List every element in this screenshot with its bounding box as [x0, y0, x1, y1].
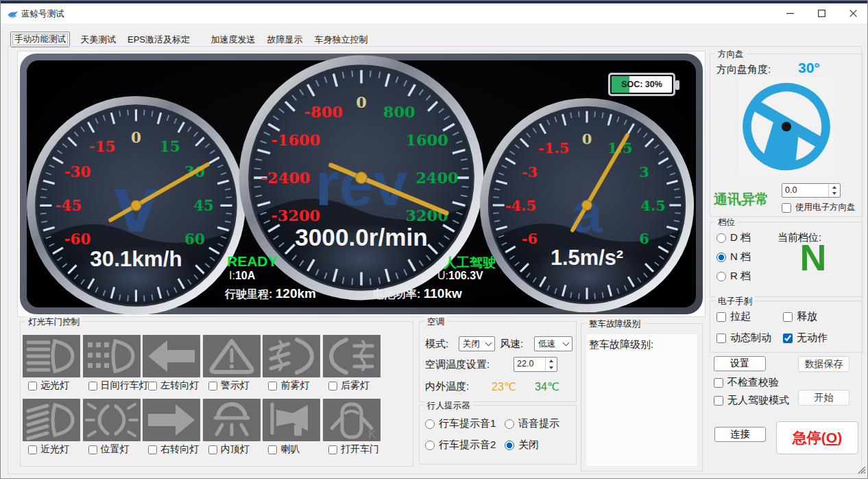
pedestrian-group: 行人提示器 行车提示音1 语音提示 行车提示音2 关闭	[419, 405, 577, 465]
high-beam-checkbox[interactable]: 远光灯	[28, 379, 97, 392]
current-prefix: I:	[229, 270, 235, 281]
no-check-label: 不检查校验	[727, 376, 779, 389]
drl-label: 日间行车灯	[101, 379, 149, 392]
power-value: 110kw	[424, 286, 462, 301]
spin-down-icon[interactable]	[546, 364, 557, 371]
dome-tile[interactable]	[203, 399, 261, 441]
spin-up-icon[interactable]	[829, 184, 840, 191]
position-checkbox[interactable]: 位置灯	[88, 443, 157, 456]
hb-pull-checkbox[interactable]: 拉起	[716, 310, 751, 323]
current-value: 10A	[235, 270, 255, 281]
door-open-checkbox[interactable]: 打开车门	[328, 443, 397, 456]
chevron-down-icon	[485, 340, 492, 347]
svg-text:K: K	[368, 428, 376, 441]
start-button[interactable]: 开始	[798, 390, 849, 406]
svg-text:0: 0	[356, 93, 367, 111]
ac-fan-select[interactable]: 低速	[534, 336, 572, 351]
fault-group-title: 整车故障级别	[586, 318, 643, 330]
door-open-tile[interactable]: K	[323, 399, 381, 441]
svg-text:0: 0	[582, 130, 592, 148]
arrow-right-tile[interactable]	[143, 399, 200, 441]
svg-text:-45: -45	[55, 196, 82, 213]
fault-panel: 整车故障级别:	[586, 334, 698, 467]
horn-tile[interactable]	[263, 399, 320, 441]
svg-text:800: 800	[383, 103, 415, 121]
high-beam-icon	[23, 335, 80, 377]
radio-chime2[interactable]: 行车提示音2	[425, 439, 496, 452]
no-check-checkbox[interactable]: 不检查校验	[714, 376, 779, 389]
warning-tile[interactable]	[203, 335, 261, 377]
hb-dynamic-label: 动态制动	[730, 331, 771, 344]
ac-mode-select[interactable]: 关闭	[459, 336, 495, 351]
warning-checkbox[interactable]: 警示灯	[208, 379, 277, 392]
estop-post: )	[837, 430, 842, 445]
low-beam-icon	[23, 399, 80, 441]
handbrake-group-title: 电子手刹	[715, 296, 755, 307]
ac-temp-set-label: 空调温度设置:	[425, 358, 490, 371]
resize-grip[interactable]	[857, 465, 866, 477]
position-label: 位置灯	[101, 443, 130, 456]
hb-release-label: 释放	[797, 310, 817, 323]
unmanned-checkbox[interactable]: 无人驾驶模式	[714, 394, 789, 407]
voltage-value: 106.3V	[448, 270, 483, 281]
rear-fog-tile[interactable]	[323, 335, 381, 377]
tab-0[interactable]: 手动功能测试	[10, 32, 70, 47]
ac-temp-spinner[interactable]: 22.0	[514, 357, 557, 372]
high-beam-tile[interactable]	[23, 335, 80, 377]
hb-pull-label: 拉起	[730, 310, 751, 323]
radio-voice[interactable]: 语音提示	[505, 417, 559, 430]
tab-4[interactable]: 故障显示	[263, 32, 308, 47]
ac-in-temp: 23℃	[492, 380, 516, 393]
lights-group: 灯光车门控制 远光灯日间行车灯左转向灯警示灯前雾灯后雾灯近光灯位置灯右转向灯内顶…	[20, 321, 413, 467]
position-tile[interactable]	[83, 399, 141, 441]
arrow-right-checkbox[interactable]: 右转向灯	[148, 443, 217, 456]
radio-off[interactable]: 关闭	[505, 439, 539, 452]
dome-checkbox[interactable]: 内顶灯	[208, 443, 277, 456]
power-label: 电池功率:	[373, 288, 420, 300]
low-beam-checkbox[interactable]: 近光灯	[28, 443, 97, 456]
drl-tile[interactable]	[83, 335, 141, 377]
data-save-button[interactable]: 数据保存	[798, 356, 849, 372]
estop-button[interactable]: 急停(O)	[776, 421, 858, 454]
svg-text:a: a	[571, 182, 603, 244]
spin-down-icon[interactable]	[829, 191, 840, 198]
tab-2[interactable]: EPS激活及标定	[123, 32, 195, 47]
front-fog-checkbox[interactable]: 前雾灯	[268, 379, 337, 392]
svg-text:-800: -800	[304, 103, 343, 121]
steering-spin-value: 0.0	[782, 184, 828, 197]
gear-r-label: R 档	[730, 270, 751, 283]
steering-angle-spinner[interactable]: 0.0	[782, 183, 841, 198]
tab-3[interactable]: 加速度发送	[206, 32, 261, 47]
hb-dynamic-checkbox[interactable]: 动态制动	[716, 331, 771, 344]
svg-text:15: 15	[159, 138, 180, 155]
settings-button[interactable]: 设置	[714, 356, 766, 371]
connect-button[interactable]: 连接	[714, 427, 766, 442]
minimize-button[interactable]	[774, 3, 806, 23]
dome-icon	[203, 399, 261, 441]
tab-1[interactable]: 天美测试	[75, 32, 121, 47]
radio-gear-n[interactable]: N 档	[716, 250, 751, 264]
radio-gear-d[interactable]: D 档	[716, 231, 751, 244]
spin-up-icon[interactable]	[546, 358, 557, 364]
close-button[interactable]	[837, 3, 868, 23]
estop-key: O	[826, 430, 837, 445]
hb-noaction-checkbox[interactable]: 无动作	[783, 331, 828, 344]
arrow-left-tile[interactable]	[143, 335, 200, 377]
hb-release-checkbox[interactable]: 释放	[783, 310, 817, 323]
drl-checkbox[interactable]: 日间行车灯	[88, 379, 157, 392]
radio-gear-r[interactable]: R 档	[716, 270, 751, 283]
ac-out-temp: 34℃	[535, 380, 559, 393]
arrow-left-checkbox[interactable]: 左转向灯	[148, 379, 217, 392]
drl-icon	[83, 335, 141, 377]
maximize-button[interactable]	[806, 3, 837, 23]
svg-text:2400: 2400	[415, 169, 458, 187]
tab-5[interactable]: 车身独立控制	[309, 32, 372, 47]
gear-n-label: N 档	[730, 250, 751, 264]
front-fog-tile[interactable]	[263, 335, 320, 377]
svg-text:-60: -60	[64, 231, 91, 248]
rear-fog-checkbox[interactable]: 后雾灯	[328, 379, 397, 392]
horn-checkbox[interactable]: 喇叭	[268, 443, 337, 456]
use-esw-checkbox[interactable]: 使用电子方向盘	[782, 202, 856, 213]
radio-chime1[interactable]: 行车提示音1	[425, 417, 496, 430]
low-beam-tile[interactable]	[23, 399, 80, 441]
